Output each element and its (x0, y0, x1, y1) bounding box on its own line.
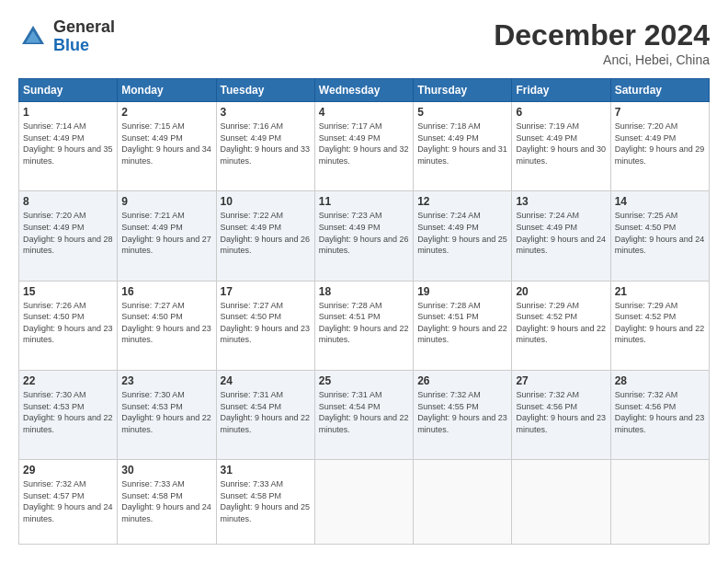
day-info: Sunrise: 7:21 AMSunset: 4:49 PMDaylight:… (121, 210, 211, 256)
table-row: 19Sunrise: 7:28 AMSunset: 4:51 PMDayligh… (414, 281, 512, 370)
day-number: 6 (516, 106, 606, 119)
day-info: Sunrise: 7:30 AMSunset: 4:53 PMDaylight:… (121, 389, 211, 435)
table-row: 16Sunrise: 7:27 AMSunset: 4:50 PMDayligh… (118, 281, 216, 370)
table-row (610, 460, 709, 545)
logo: General Blue (18, 18, 115, 55)
day-number: 26 (417, 374, 507, 387)
day-number: 8 (23, 195, 113, 208)
day-number: 19 (417, 285, 507, 298)
header: General Blue December 2024 Anci, Hebei, … (18, 18, 710, 67)
header-saturday: Saturday (610, 79, 709, 102)
day-info: Sunrise: 7:15 AMSunset: 4:49 PMDaylight:… (121, 121, 211, 167)
header-friday: Friday (512, 79, 610, 102)
day-number: 14 (615, 195, 705, 208)
calendar-header-row: Sunday Monday Tuesday Wednesday Thursday… (19, 79, 710, 102)
day-number: 15 (23, 285, 113, 298)
day-info: Sunrise: 7:19 AMSunset: 4:49 PMDaylight:… (516, 121, 606, 167)
day-info: Sunrise: 7:30 AMSunset: 4:53 PMDaylight:… (23, 389, 113, 435)
day-info: Sunrise: 7:27 AMSunset: 4:50 PMDaylight:… (121, 300, 211, 346)
table-row: 10Sunrise: 7:22 AMSunset: 4:49 PMDayligh… (216, 191, 314, 281)
header-tuesday: Tuesday (216, 79, 314, 102)
day-number: 13 (516, 195, 606, 208)
table-row: 13Sunrise: 7:24 AMSunset: 4:49 PMDayligh… (512, 191, 610, 281)
table-row: 17Sunrise: 7:27 AMSunset: 4:50 PMDayligh… (216, 281, 314, 370)
day-number: 24 (221, 374, 311, 387)
day-info: Sunrise: 7:28 AMSunset: 4:51 PMDaylight:… (319, 300, 409, 346)
day-info: Sunrise: 7:16 AMSunset: 4:49 PMDaylight:… (221, 121, 311, 167)
day-info: Sunrise: 7:31 AMSunset: 4:54 PMDaylight:… (221, 389, 311, 435)
day-info: Sunrise: 7:28 AMSunset: 4:51 PMDaylight:… (417, 300, 507, 346)
day-info: Sunrise: 7:18 AMSunset: 4:49 PMDaylight:… (417, 121, 507, 167)
logo-general: General (53, 18, 115, 37)
day-number: 20 (516, 285, 606, 298)
table-row: 5Sunrise: 7:18 AMSunset: 4:49 PMDaylight… (414, 102, 512, 191)
logo-blue: Blue (53, 37, 115, 55)
day-number: 11 (319, 195, 409, 208)
day-info: Sunrise: 7:25 AMSunset: 4:50 PMDaylight:… (615, 210, 705, 256)
table-row: 6Sunrise: 7:19 AMSunset: 4:49 PMDaylight… (512, 102, 610, 191)
day-info: Sunrise: 7:26 AMSunset: 4:50 PMDaylight:… (23, 300, 113, 346)
day-number: 21 (615, 285, 705, 298)
table-row: 26Sunrise: 7:32 AMSunset: 4:55 PMDayligh… (414, 370, 512, 459)
logo-icon (18, 22, 48, 52)
day-info: Sunrise: 7:14 AMSunset: 4:49 PMDaylight:… (23, 121, 113, 167)
table-row (314, 460, 413, 545)
table-row: 11Sunrise: 7:23 AMSunset: 4:49 PMDayligh… (314, 191, 413, 281)
day-info: Sunrise: 7:32 AMSunset: 4:56 PMDaylight:… (615, 389, 705, 435)
day-number: 7 (615, 106, 705, 119)
day-info: Sunrise: 7:27 AMSunset: 4:50 PMDaylight:… (221, 300, 311, 346)
day-info: Sunrise: 7:24 AMSunset: 4:49 PMDaylight:… (516, 210, 606, 256)
table-row: 20Sunrise: 7:29 AMSunset: 4:52 PMDayligh… (512, 281, 610, 370)
table-row: 9Sunrise: 7:21 AMSunset: 4:49 PMDaylight… (118, 191, 216, 281)
table-row: 25Sunrise: 7:31 AMSunset: 4:54 PMDayligh… (314, 370, 413, 459)
day-number: 25 (319, 374, 409, 387)
table-row (512, 460, 610, 545)
table-row: 23Sunrise: 7:30 AMSunset: 4:53 PMDayligh… (118, 370, 216, 459)
table-row: 21Sunrise: 7:29 AMSunset: 4:52 PMDayligh… (610, 281, 709, 370)
table-row: 1Sunrise: 7:14 AMSunset: 4:49 PMDaylight… (19, 102, 118, 191)
page: General Blue December 2024 Anci, Hebei, … (0, 0, 728, 563)
day-info: Sunrise: 7:22 AMSunset: 4:49 PMDaylight:… (221, 210, 311, 256)
logo-text: General Blue (53, 18, 115, 55)
day-number: 31 (221, 464, 311, 477)
table-row: 27Sunrise: 7:32 AMSunset: 4:56 PMDayligh… (512, 370, 610, 459)
header-thursday: Thursday (414, 79, 512, 102)
day-info: Sunrise: 7:31 AMSunset: 4:54 PMDaylight:… (319, 389, 409, 435)
day-number: 16 (121, 285, 211, 298)
day-info: Sunrise: 7:33 AMSunset: 4:58 PMDaylight:… (121, 478, 211, 524)
day-info: Sunrise: 7:23 AMSunset: 4:49 PMDaylight:… (319, 210, 409, 256)
day-info: Sunrise: 7:17 AMSunset: 4:49 PMDaylight:… (319, 121, 409, 167)
table-row: 14Sunrise: 7:25 AMSunset: 4:50 PMDayligh… (610, 191, 709, 281)
day-number: 12 (417, 195, 507, 208)
day-info: Sunrise: 7:32 AMSunset: 4:55 PMDaylight:… (417, 389, 507, 435)
table-row: 22Sunrise: 7:30 AMSunset: 4:53 PMDayligh… (19, 370, 118, 459)
day-info: Sunrise: 7:24 AMSunset: 4:49 PMDaylight:… (417, 210, 507, 256)
day-number: 10 (221, 195, 311, 208)
day-info: Sunrise: 7:32 AMSunset: 4:56 PMDaylight:… (516, 389, 606, 435)
day-number: 5 (417, 106, 507, 119)
main-title: December 2024 (494, 18, 710, 52)
day-number: 17 (221, 285, 311, 298)
day-number: 28 (615, 374, 705, 387)
table-row: 3Sunrise: 7:16 AMSunset: 4:49 PMDaylight… (216, 102, 314, 191)
day-info: Sunrise: 7:32 AMSunset: 4:57 PMDaylight:… (23, 478, 113, 524)
table-row: 29Sunrise: 7:32 AMSunset: 4:57 PMDayligh… (19, 460, 118, 545)
table-row: 8Sunrise: 7:20 AMSunset: 4:49 PMDaylight… (19, 191, 118, 281)
table-row: 31Sunrise: 7:33 AMSunset: 4:58 PMDayligh… (216, 460, 314, 545)
table-row: 4Sunrise: 7:17 AMSunset: 4:49 PMDaylight… (314, 102, 413, 191)
day-number: 3 (221, 106, 311, 119)
table-row: 7Sunrise: 7:20 AMSunset: 4:49 PMDaylight… (610, 102, 709, 191)
day-number: 4 (319, 106, 409, 119)
header-wednesday: Wednesday (314, 79, 413, 102)
table-row: 30Sunrise: 7:33 AMSunset: 4:58 PMDayligh… (118, 460, 216, 545)
day-number: 29 (23, 464, 113, 477)
day-number: 30 (121, 464, 211, 477)
subtitle: Anci, Hebei, China (494, 52, 710, 67)
table-row: 15Sunrise: 7:26 AMSunset: 4:50 PMDayligh… (19, 281, 118, 370)
day-number: 22 (23, 374, 113, 387)
day-number: 2 (121, 106, 211, 119)
day-info: Sunrise: 7:29 AMSunset: 4:52 PMDaylight:… (516, 300, 606, 346)
header-monday: Monday (118, 79, 216, 102)
day-number: 23 (121, 374, 211, 387)
table-row: 24Sunrise: 7:31 AMSunset: 4:54 PMDayligh… (216, 370, 314, 459)
